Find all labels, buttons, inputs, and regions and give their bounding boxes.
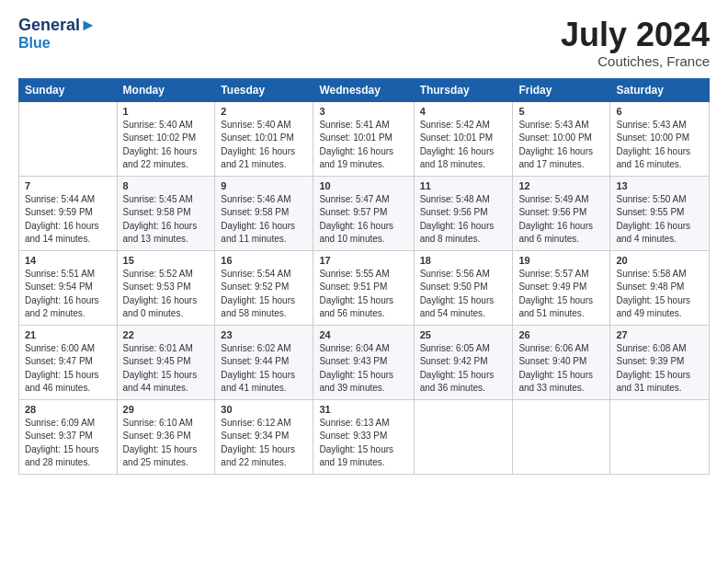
day-cell <box>19 101 118 176</box>
day-cell: 3Sunrise: 5:41 AM Sunset: 10:01 PM Dayli… <box>313 101 414 176</box>
day-info: Sunrise: 6:05 AM Sunset: 9:42 PM Dayligh… <box>420 342 507 396</box>
week-row-4: 21Sunrise: 6:00 AM Sunset: 9:47 PM Dayli… <box>19 325 710 399</box>
day-cell: 7Sunrise: 5:44 AM Sunset: 9:59 PM Daylig… <box>19 176 118 250</box>
day-cell: 29Sunrise: 6:10 AM Sunset: 9:36 PM Dayli… <box>117 399 215 474</box>
day-cell: 14Sunrise: 5:51 AM Sunset: 9:54 PM Dayli… <box>19 250 118 325</box>
day-info: Sunrise: 5:52 AM Sunset: 9:53 PM Dayligh… <box>123 268 210 321</box>
day-info: Sunrise: 5:47 AM Sunset: 9:57 PM Dayligh… <box>319 193 407 247</box>
title-block: July 2024 Coutiches, France <box>561 17 710 69</box>
day-number: 31 <box>319 404 407 415</box>
day-info: Sunrise: 6:06 AM Sunset: 9:40 PM Dayligh… <box>518 342 604 396</box>
month-title: July 2024 <box>561 17 710 53</box>
day-info: Sunrise: 5:56 AM Sunset: 9:50 PM Dayligh… <box>420 268 507 321</box>
day-number: 24 <box>319 329 407 340</box>
day-number: 16 <box>221 255 307 266</box>
logo-subtext: Blue <box>18 35 97 52</box>
week-row-2: 7Sunrise: 5:44 AM Sunset: 9:59 PM Daylig… <box>19 176 710 250</box>
day-number: 21 <box>25 329 111 340</box>
day-cell: 10Sunrise: 5:47 AM Sunset: 9:57 PM Dayli… <box>313 176 414 250</box>
day-info: Sunrise: 6:00 AM Sunset: 9:47 PM Dayligh… <box>25 342 111 396</box>
day-cell: 12Sunrise: 5:49 AM Sunset: 9:56 PM Dayli… <box>513 176 610 250</box>
day-cell: 13Sunrise: 5:50 AM Sunset: 9:55 PM Dayli… <box>610 176 710 250</box>
col-header-tuesday: Tuesday <box>215 78 313 101</box>
day-cell: 15Sunrise: 5:52 AM Sunset: 9:53 PM Dayli… <box>117 250 215 325</box>
col-header-monday: Monday <box>117 78 215 101</box>
day-info: Sunrise: 5:40 AM Sunset: 10:01 PM Daylig… <box>221 119 307 172</box>
day-number: 4 <box>420 106 507 117</box>
day-number: 20 <box>616 255 703 266</box>
day-info: Sunrise: 5:43 AM Sunset: 10:00 PM Daylig… <box>616 119 703 172</box>
day-number: 8 <box>123 180 210 191</box>
day-number: 12 <box>518 180 604 191</box>
day-info: Sunrise: 6:13 AM Sunset: 9:33 PM Dayligh… <box>319 417 407 470</box>
day-info: Sunrise: 6:01 AM Sunset: 9:45 PM Dayligh… <box>123 342 210 396</box>
day-number: 19 <box>518 255 604 266</box>
day-cell: 4Sunrise: 5:42 AM Sunset: 10:01 PM Dayli… <box>414 101 513 176</box>
day-cell: 1Sunrise: 5:40 AM Sunset: 10:02 PM Dayli… <box>117 101 215 176</box>
day-cell: 8Sunrise: 5:45 AM Sunset: 9:58 PM Daylig… <box>117 176 215 250</box>
day-cell: 26Sunrise: 6:06 AM Sunset: 9:40 PM Dayli… <box>513 325 610 399</box>
day-info: Sunrise: 5:49 AM Sunset: 9:56 PM Dayligh… <box>518 193 604 247</box>
day-info: Sunrise: 5:46 AM Sunset: 9:58 PM Dayligh… <box>221 193 307 247</box>
day-number: 7 <box>25 180 111 191</box>
day-cell <box>610 399 710 474</box>
day-cell: 19Sunrise: 5:57 AM Sunset: 9:49 PM Dayli… <box>513 250 610 325</box>
day-cell: 16Sunrise: 5:54 AM Sunset: 9:52 PM Dayli… <box>215 250 313 325</box>
day-cell: 25Sunrise: 6:05 AM Sunset: 9:42 PM Dayli… <box>414 325 513 399</box>
day-cell: 28Sunrise: 6:09 AM Sunset: 9:37 PM Dayli… <box>19 399 118 474</box>
day-number: 29 <box>123 404 210 415</box>
col-header-thursday: Thursday <box>414 78 513 101</box>
day-number: 9 <box>221 180 307 191</box>
day-info: Sunrise: 5:41 AM Sunset: 10:01 PM Daylig… <box>319 119 407 172</box>
day-info: Sunrise: 5:57 AM Sunset: 9:49 PM Dayligh… <box>518 268 604 321</box>
day-number: 14 <box>25 255 111 266</box>
day-info: Sunrise: 5:54 AM Sunset: 9:52 PM Dayligh… <box>221 268 307 321</box>
location: Coutiches, France <box>561 53 710 69</box>
day-number: 11 <box>420 180 507 191</box>
day-cell: 17Sunrise: 5:55 AM Sunset: 9:51 PM Dayli… <box>313 250 414 325</box>
week-row-3: 14Sunrise: 5:51 AM Sunset: 9:54 PM Dayli… <box>19 250 710 325</box>
day-cell: 20Sunrise: 5:58 AM Sunset: 9:48 PM Dayli… <box>610 250 710 325</box>
day-info: Sunrise: 6:08 AM Sunset: 9:39 PM Dayligh… <box>616 342 703 396</box>
day-cell <box>414 399 513 474</box>
day-info: Sunrise: 5:58 AM Sunset: 9:48 PM Dayligh… <box>616 268 703 321</box>
day-number: 15 <box>123 255 210 266</box>
day-number: 25 <box>420 329 507 340</box>
week-row-5: 28Sunrise: 6:09 AM Sunset: 9:37 PM Dayli… <box>19 399 710 474</box>
day-info: Sunrise: 5:44 AM Sunset: 9:59 PM Dayligh… <box>25 193 111 247</box>
day-cell: 9Sunrise: 5:46 AM Sunset: 9:58 PM Daylig… <box>215 176 313 250</box>
day-info: Sunrise: 6:12 AM Sunset: 9:34 PM Dayligh… <box>221 417 307 470</box>
day-cell: 18Sunrise: 5:56 AM Sunset: 9:50 PM Dayli… <box>414 250 513 325</box>
day-info: Sunrise: 5:51 AM Sunset: 9:54 PM Dayligh… <box>25 268 111 321</box>
logo-text: General► <box>18 17 97 35</box>
day-cell: 27Sunrise: 6:08 AM Sunset: 9:39 PM Dayli… <box>610 325 710 399</box>
day-cell: 22Sunrise: 6:01 AM Sunset: 9:45 PM Dayli… <box>117 325 215 399</box>
day-number: 22 <box>123 329 210 340</box>
day-info: Sunrise: 5:48 AM Sunset: 9:56 PM Dayligh… <box>420 193 507 247</box>
col-header-friday: Friday <box>513 78 610 101</box>
day-info: Sunrise: 5:45 AM Sunset: 9:58 PM Dayligh… <box>123 193 210 247</box>
day-number: 23 <box>221 329 307 340</box>
day-info: Sunrise: 6:02 AM Sunset: 9:44 PM Dayligh… <box>221 342 307 396</box>
day-info: Sunrise: 5:43 AM Sunset: 10:00 PM Daylig… <box>518 119 604 172</box>
day-info: Sunrise: 5:55 AM Sunset: 9:51 PM Dayligh… <box>319 268 407 321</box>
day-number: 13 <box>616 180 703 191</box>
day-cell: 5Sunrise: 5:43 AM Sunset: 10:00 PM Dayli… <box>513 101 610 176</box>
day-number: 3 <box>319 106 407 117</box>
day-cell: 31Sunrise: 6:13 AM Sunset: 9:33 PM Dayli… <box>313 399 414 474</box>
header: General► Blue July 2024 Coutiches, Franc… <box>18 17 710 69</box>
day-number: 18 <box>420 255 507 266</box>
day-cell: 23Sunrise: 6:02 AM Sunset: 9:44 PM Dayli… <box>215 325 313 399</box>
week-row-1: 1Sunrise: 5:40 AM Sunset: 10:02 PM Dayli… <box>19 101 710 176</box>
day-info: Sunrise: 6:10 AM Sunset: 9:36 PM Dayligh… <box>123 417 210 470</box>
day-number: 10 <box>319 180 407 191</box>
day-cell: 21Sunrise: 6:00 AM Sunset: 9:47 PM Dayli… <box>19 325 118 399</box>
page: General► Blue July 2024 Coutiches, Franc… <box>0 0 728 484</box>
day-cell <box>513 399 610 474</box>
day-info: Sunrise: 5:42 AM Sunset: 10:01 PM Daylig… <box>420 119 507 172</box>
day-info: Sunrise: 5:50 AM Sunset: 9:55 PM Dayligh… <box>616 193 703 247</box>
day-number: 30 <box>221 404 307 415</box>
day-number: 17 <box>319 255 407 266</box>
day-info: Sunrise: 6:09 AM Sunset: 9:37 PM Dayligh… <box>25 417 111 470</box>
day-cell: 2Sunrise: 5:40 AM Sunset: 10:01 PM Dayli… <box>215 101 313 176</box>
